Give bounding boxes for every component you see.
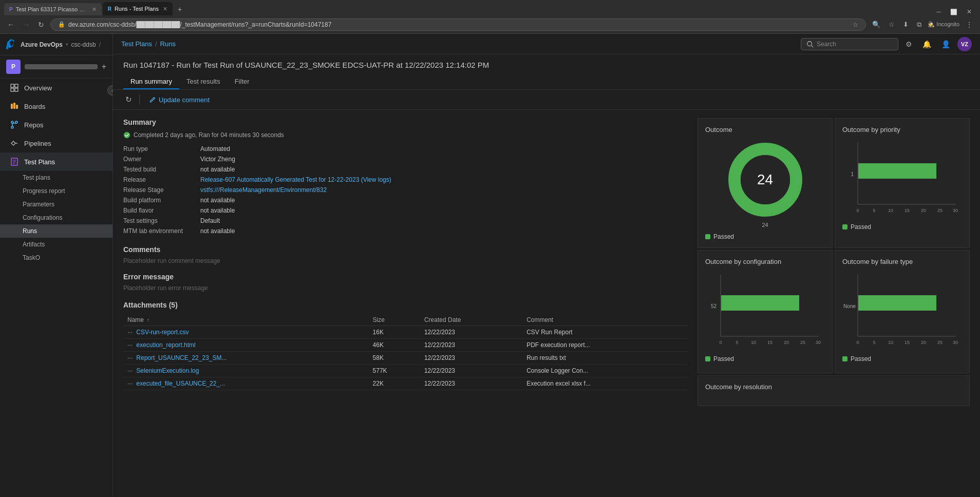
reload-button[interactable]: ↻ bbox=[36, 18, 46, 31]
sidebar-sub-configurations[interactable]: Configurations bbox=[0, 211, 112, 224]
field-build-flavor: Build flavor not available bbox=[123, 205, 687, 216]
tab-close-active[interactable]: ✕ bbox=[163, 6, 167, 12]
browser-chrome: P Test Plan 63317 Picasso Regres... ✕ R … bbox=[0, 0, 980, 15]
bookmark-page-button[interactable]: ☆ bbox=[887, 18, 897, 30]
field-test-settings: Test settings Default bbox=[123, 216, 687, 226]
chart-priority-legend: Passed bbox=[842, 223, 962, 231]
tab-close-inactive[interactable]: ✕ bbox=[92, 6, 97, 13]
attach-comment: Execution excel xlsx f... bbox=[522, 377, 687, 390]
field-value: Default bbox=[200, 217, 220, 224]
attach-dots[interactable]: ··· bbox=[127, 367, 133, 374]
sidebar-nav-testplans[interactable]: Test Plans bbox=[0, 152, 112, 171]
sort-icon: ↑ bbox=[147, 317, 149, 323]
refresh-button[interactable]: ↻ bbox=[123, 93, 134, 106]
svg-text:0: 0 bbox=[856, 208, 859, 213]
svg-rect-2 bbox=[11, 88, 14, 91]
azure-devops-header[interactable]: Azure DevOps • csc-ddsb / bbox=[0, 34, 112, 55]
attach-name-link[interactable]: executed_file_USAUNCE_22_... bbox=[136, 380, 225, 387]
testplans-label: Test Plans bbox=[24, 158, 55, 166]
attachments-table: Name ↑ Size Created Date bbox=[123, 314, 687, 390]
notifications-button[interactable]: 🔔 bbox=[919, 38, 934, 50]
update-comment-button[interactable]: Update comment bbox=[145, 94, 214, 106]
attach-dots[interactable]: ··· bbox=[127, 354, 133, 361]
forward-button[interactable]: → bbox=[21, 18, 32, 31]
sidebar-nav-repos[interactable]: Repos bbox=[0, 116, 112, 134]
sidebar-sub-tasko[interactable]: TaskO bbox=[0, 251, 112, 264]
svg-text:0: 0 bbox=[856, 340, 859, 345]
back-button[interactable]: ← bbox=[5, 18, 16, 31]
legend-priority-label: Passed bbox=[851, 223, 871, 231]
table-row: ··· SeleniumExecution.log 577K 12/22/202… bbox=[123, 365, 687, 377]
new-tab-button[interactable]: + bbox=[174, 3, 186, 15]
attach-name-link[interactable]: Report_USAUNCE_22_23_SM... bbox=[136, 354, 227, 361]
field-value: not available bbox=[200, 207, 235, 214]
sidebar-sub-testplans[interactable]: Test plans bbox=[0, 171, 112, 184]
attach-dots[interactable]: ··· bbox=[127, 341, 133, 349]
attach-dots[interactable]: ··· bbox=[127, 380, 133, 387]
tab-inactive-label: Test Plan 63317 Picasso Regres... bbox=[16, 6, 88, 12]
project-row[interactable]: P + bbox=[0, 55, 112, 79]
attach-name-link[interactable]: SeleniumExecution.log bbox=[136, 367, 199, 374]
breadcrumb: Test Plans / Runs bbox=[121, 40, 176, 48]
zoom-button[interactable]: 🔍 bbox=[870, 18, 882, 30]
window-minimize[interactable]: ─ bbox=[932, 8, 945, 15]
sidebar-nav-overview[interactable]: Overview bbox=[0, 79, 112, 97]
settings-button[interactable]: ⚙ bbox=[902, 38, 915, 50]
svg-text:5: 5 bbox=[736, 340, 738, 345]
attach-dots[interactable]: ··· bbox=[127, 329, 133, 336]
boards-label: Boards bbox=[24, 103, 45, 110]
extensions-button[interactable]: ⧉ bbox=[915, 18, 924, 31]
update-comment-label: Update comment bbox=[159, 96, 210, 104]
tab-inactive[interactable]: P Test Plan 63317 Picasso Regres... ✕ bbox=[4, 3, 102, 15]
project-avatar: P bbox=[6, 60, 21, 74]
search-placeholder: Search bbox=[817, 41, 836, 48]
error-title: Error message bbox=[123, 273, 687, 281]
field-release-stage-link[interactable]: vstfs:///ReleaseManagement/Environment/8… bbox=[200, 186, 327, 194]
window-close[interactable]: ✕ bbox=[963, 8, 976, 15]
address-bar[interactable]: 🔒 dev.azure.com/csc-ddsb/██████████/_tes… bbox=[50, 18, 866, 31]
sidebar-nav-boards[interactable]: Boards bbox=[0, 97, 112, 116]
attach-name-link[interactable]: CSV-run-report.csv bbox=[136, 329, 189, 336]
add-project-button[interactable]: + bbox=[102, 62, 106, 71]
top-nav: Test Plans / Runs Search ⚙ 🔔 👤 VZ bbox=[113, 34, 980, 54]
azure-logo bbox=[6, 39, 17, 50]
svg-text:5: 5 bbox=[873, 340, 875, 345]
download-button[interactable]: ⬇ bbox=[901, 18, 911, 30]
svg-text:10: 10 bbox=[888, 208, 893, 213]
attach-date: 12/22/2023 bbox=[420, 377, 522, 390]
col-name[interactable]: Name ↑ bbox=[123, 314, 369, 326]
window-maximize[interactable]: ⬜ bbox=[946, 9, 962, 15]
search-box[interactable]: Search bbox=[801, 38, 898, 50]
donut-sublabel: 24 bbox=[705, 222, 825, 228]
comments-title: Comments bbox=[123, 245, 687, 254]
svg-rect-3 bbox=[15, 88, 18, 91]
breadcrumb-runs[interactable]: Runs bbox=[160, 40, 176, 48]
svg-text:10: 10 bbox=[751, 340, 756, 345]
chart-resolution-title: Outcome by resolution bbox=[705, 383, 962, 391]
sidebar-sub-runs[interactable]: Runs bbox=[0, 224, 112, 238]
field-release-link[interactable]: Release-607 Automatically Generated Test… bbox=[200, 176, 391, 183]
profile-button[interactable]: 👤 bbox=[938, 38, 953, 50]
breadcrumb-testplans[interactable]: Test Plans bbox=[121, 40, 152, 48]
menu-button[interactable]: ⋮ bbox=[964, 18, 975, 31]
sidebar-nav-pipelines[interactable]: Pipelines bbox=[0, 134, 112, 152]
tab-active[interactable]: R Runs - Test Plans ✕ bbox=[103, 2, 173, 15]
avatar[interactable]: VZ bbox=[957, 37, 972, 51]
tab-test-results[interactable]: Test results bbox=[179, 74, 228, 89]
svg-text:30: 30 bbox=[953, 208, 958, 213]
attach-comment: PDF execution report... bbox=[522, 339, 687, 352]
attach-date: 12/22/2023 bbox=[420, 365, 522, 377]
attach-name-link[interactable]: execution_report.html bbox=[136, 341, 195, 349]
tab-active-label: Runs - Test Plans bbox=[115, 6, 159, 12]
svg-rect-25 bbox=[858, 163, 936, 179]
svg-text:25: 25 bbox=[800, 340, 805, 345]
tab-run-summary[interactable]: Run summary bbox=[123, 74, 179, 89]
tab-filter[interactable]: Filter bbox=[228, 74, 257, 89]
sidebar-sub-parameters[interactable]: Parameters bbox=[0, 198, 112, 211]
sidebar-sub-progress[interactable]: Progress report bbox=[0, 184, 112, 198]
chart-resolution: Outcome by resolution bbox=[698, 375, 970, 406]
bookmark-icon[interactable]: ☆ bbox=[853, 21, 858, 28]
svg-text:20: 20 bbox=[921, 340, 926, 345]
sidebar-sub-artifacts[interactable]: Artifacts bbox=[0, 238, 112, 251]
org-separator: • bbox=[66, 41, 68, 48]
